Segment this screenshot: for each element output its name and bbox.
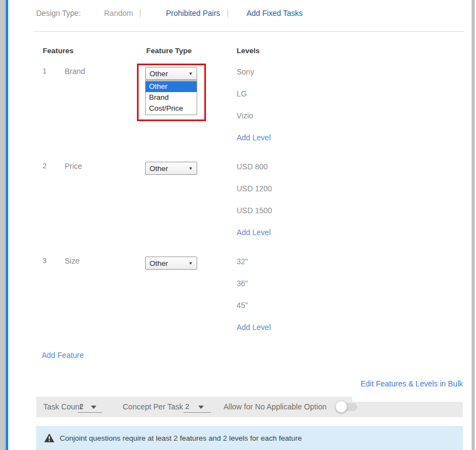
level-value[interactable]: 36" — [237, 278, 271, 300]
caret-down-icon[interactable] — [198, 406, 204, 409]
level-value[interactable]: 45" — [237, 300, 271, 322]
dropdown-option-cost-price[interactable]: Cost/Price — [146, 103, 197, 114]
add-feature-link[interactable]: Add Feature — [42, 351, 84, 360]
caret-down-icon: ▼ — [188, 71, 193, 76]
no-applicable-option-toggle[interactable] — [336, 403, 357, 411]
caret-down-icon[interactable] — [91, 406, 96, 409]
feature-index: 1 — [43, 67, 47, 75]
select-value: Other — [150, 164, 168, 173]
feature-name[interactable]: Price — [65, 162, 82, 170]
level-value[interactable]: Vizio — [237, 111, 271, 133]
add-level-link[interactable]: Add Level — [237, 322, 271, 332]
level-value[interactable]: USD 800 — [237, 162, 272, 184]
feature-name[interactable]: Size — [65, 257, 79, 265]
feature-type-select[interactable]: Other ▼ — [145, 67, 197, 80]
design-type-option-add-fixed-tasks[interactable]: Add Fixed Tasks — [246, 9, 302, 18]
section-divider — [33, 31, 464, 32]
caret-down-icon: ▼ — [188, 261, 193, 266]
design-type-option-prohibited-pairs[interactable]: Prohibited Pairs — [166, 9, 220, 18]
levels-list: 32" 36" 45" Add Level — [237, 257, 271, 332]
dropdown-option-brand[interactable]: Brand — [146, 92, 197, 103]
concept-per-task-underline — [183, 412, 211, 413]
toggle-knob[interactable] — [335, 401, 347, 413]
column-header-feature-type: Feature Type — [146, 47, 192, 55]
warning-icon — [44, 434, 54, 442]
feature-index: 2 — [43, 162, 47, 170]
task-count-value[interactable]: 2 — [79, 402, 84, 411]
column-header-features: Features — [43, 47, 73, 55]
level-value[interactable]: Sony — [237, 67, 271, 89]
edit-features-levels-bulk-link[interactable]: Edit Features & Levels in Bulk — [360, 379, 463, 388]
separator: | — [139, 8, 141, 17]
warning-text: Conjoint questions require at least 2 fe… — [60, 434, 302, 442]
level-value[interactable]: USD 1200 — [237, 184, 272, 206]
no-applicable-option-label: Allow for No Applicable Option — [223, 402, 326, 411]
add-level-link[interactable]: Add Level — [237, 133, 271, 143]
design-type-option-random[interactable]: Random — [104, 9, 133, 18]
task-count-label: Task Count — [43, 402, 82, 411]
concept-per-task-value[interactable]: 2 — [185, 402, 190, 411]
level-value[interactable]: 32" — [237, 257, 271, 278]
feature-index: 3 — [43, 257, 47, 265]
design-type-label: Design Type: — [36, 9, 81, 18]
dropdown-option-other[interactable]: Other — [146, 81, 197, 92]
task-count-underline — [78, 412, 102, 413]
select-value: Other — [150, 259, 168, 267]
caret-down-icon: ▼ — [188, 166, 193, 171]
separator: | — [227, 8, 229, 17]
column-header-levels: Levels — [237, 47, 260, 55]
levels-list: Sony LG Vizio Add Level — [237, 67, 271, 143]
add-level-link[interactable]: Add Level — [237, 227, 271, 237]
levels-list: USD 800 USD 1200 USD 1500 Add Level — [237, 162, 272, 237]
level-value[interactable]: USD 1500 — [237, 206, 272, 227]
warning-banner: Conjoint questions require at least 2 fe… — [36, 426, 463, 450]
task-options-bar-extension — [352, 402, 463, 417]
left-gutter — [0, 0, 5, 450]
feature-type-select[interactable]: Other ▼ — [145, 162, 197, 175]
feature-type-select[interactable]: Other ▼ — [145, 257, 197, 270]
conjoint-design-panel: Design Type: Random | Prohibited Pairs |… — [0, 0, 476, 450]
feature-name[interactable]: Brand — [65, 67, 85, 76]
scrollbar-track[interactable] — [472, 0, 475, 450]
active-question-indicator-bar — [5, 0, 8, 450]
level-value[interactable]: LG — [237, 89, 271, 111]
select-value: Other — [150, 70, 168, 78]
concept-per-task-label: Concept Per Task — [123, 402, 183, 411]
feature-type-dropdown-list: Other Brand Cost/Price — [145, 80, 197, 115]
